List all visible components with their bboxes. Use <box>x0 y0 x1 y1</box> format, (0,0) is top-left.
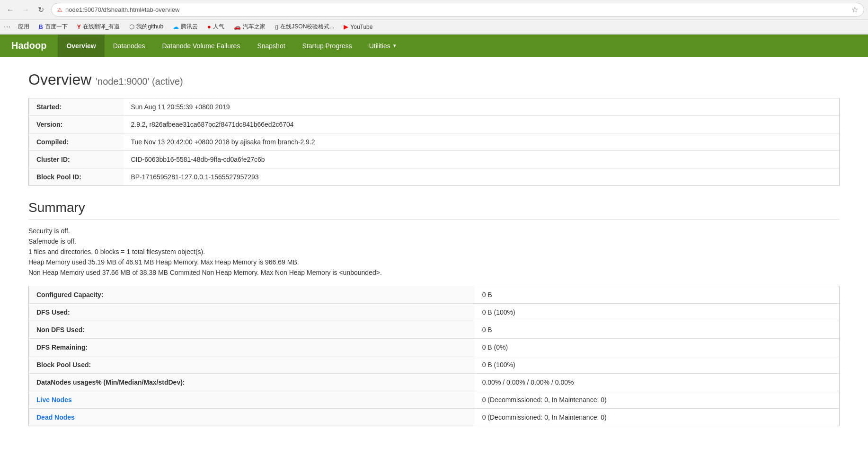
summary-line: Security is off. <box>28 227 840 235</box>
reload-button[interactable]: ↻ <box>34 3 47 17</box>
table-row: Block Pool ID:BP-1716595281-127.0.0.1-15… <box>29 168 840 186</box>
summary-row-label: DFS Remaining: <box>29 339 475 356</box>
table-row: DFS Used:0 B (100%) <box>29 304 840 321</box>
che-icon: 🚗 <box>234 24 241 30</box>
browser-toolbar: ← → ↻ ⚠ node1:50070/dfshealth.html#tab-o… <box>0 0 868 20</box>
tencent-icon: ☁ <box>173 23 179 30</box>
address-bar[interactable]: ⚠ node1:50070/dfshealth.html#tab-overvie… <box>51 3 864 17</box>
summary-row-label: DFS Used: <box>29 304 475 321</box>
bookmark-youdao-label: 在线翻译_有道 <box>83 23 120 31</box>
nav-buttons: ← → ↻ <box>4 3 47 17</box>
table-row: DFS Remaining:0 B (0%) <box>29 339 840 356</box>
bookmarks-bar: ⋯ 应用 B 百度一下 Y 在线翻译_有道 ⬡ 我的github ☁ 腾讯云 ●… <box>0 20 868 34</box>
summary-row-label: Block Pool Used: <box>29 356 475 374</box>
table-row: Compiled:Tue Nov 13 20:42:00 +0800 2018 … <box>29 133 840 151</box>
summary-row-value: 0 (Decommissioned: 0, In Maintenance: 0) <box>475 409 840 426</box>
summary-row-value: 0 B (100%) <box>475 304 840 321</box>
row-label: Started: <box>29 98 124 116</box>
row-value: 2.9.2, r826afbeae31ca687bc2f8471dc841b66… <box>124 116 840 133</box>
nav-item-startup-progress[interactable]: Startup Progress <box>294 35 361 57</box>
apps-grid-icon[interactable]: ⋯ <box>4 23 10 31</box>
forward-button[interactable]: → <box>19 3 32 17</box>
bookmark-renqi[interactable]: ● 人气 <box>205 22 226 32</box>
nav-item-overview[interactable]: Overview <box>58 35 104 57</box>
hadoop-navbar: Hadoop Overview Datanodes Datanode Volum… <box>0 35 868 57</box>
overview-table: Started:Sun Aug 11 20:55:39 +0800 2019Ve… <box>28 98 840 186</box>
page-subtitle: 'node1:9000' (active) <box>96 76 183 87</box>
table-row: Started:Sun Aug 11 20:55:39 +0800 2019 <box>29 98 840 116</box>
summary-row-value: 0 B <box>475 286 840 304</box>
summary-row-value: 0 B (100%) <box>475 356 840 374</box>
summary-title: Summary <box>28 200 840 220</box>
summary-row-value: 0 (Decommissioned: 0, In Maintenance: 0) <box>475 391 840 409</box>
utilities-caret-icon: ▼ <box>392 43 397 48</box>
summary-line: Non Heap Memory used 37.66 MB of 38.38 M… <box>28 269 840 276</box>
summary-line: Safemode is off. <box>28 238 840 245</box>
summary-line: Heap Memory used 35.19 MB of 46.91 MB He… <box>28 258 840 266</box>
bookmark-che-label: 汽车之家 <box>243 23 266 31</box>
nav-item-datanode-volume-failures[interactable]: Datanode Volume Failures <box>153 35 248 57</box>
summary-line: 1 files and directories, 0 blocks = 1 to… <box>28 248 840 255</box>
table-row: Cluster ID:CID-6063bb16-5581-48db-9ffa-c… <box>29 151 840 168</box>
summary-table: Configured Capacity:0 BDFS Used:0 B (100… <box>28 286 840 426</box>
hadoop-brand[interactable]: Hadoop <box>0 35 58 57</box>
bookmark-youtube-label: YouTube <box>350 24 372 30</box>
baidu-icon: B <box>39 24 43 30</box>
back-button[interactable]: ← <box>4 3 17 17</box>
main-content: Overview 'node1:9000' (active) Started:S… <box>0 57 868 440</box>
bookmark-json[interactable]: {} 在线JSON校验格式... <box>273 22 336 32</box>
summary-link[interactable]: Live Nodes <box>36 396 72 404</box>
row-value: Tue Nov 13 20:42:00 +0800 2018 by ajisak… <box>124 133 840 151</box>
youtube-icon: ▶ <box>344 23 348 30</box>
nav-item-snapshot[interactable]: Snapshot <box>248 35 293 57</box>
security-icon: ⚠ <box>57 7 62 13</box>
bookmark-che[interactable]: 🚗 汽车之家 <box>232 22 267 32</box>
bookmark-github-label: 我的github <box>136 23 163 31</box>
bookmark-apps[interactable]: 应用 <box>16 22 31 32</box>
bookmark-youdao[interactable]: Y 在线翻译_有道 <box>75 22 122 32</box>
browser-chrome: ← → ↻ ⚠ node1:50070/dfshealth.html#tab-o… <box>0 0 868 35</box>
bookmark-youtube[interactable]: ▶ YouTube <box>342 22 374 31</box>
table-row: Configured Capacity:0 B <box>29 286 840 304</box>
row-value: BP-1716595281-127.0.0.1-1565527957293 <box>124 168 840 186</box>
bookmark-github[interactable]: ⬡ 我的github <box>127 22 165 32</box>
bookmark-star-icon[interactable]: ☆ <box>851 5 858 14</box>
row-value: Sun Aug 11 20:55:39 +0800 2019 <box>124 98 840 116</box>
row-label: Compiled: <box>29 133 124 151</box>
row-label: Cluster ID: <box>29 151 124 168</box>
table-row: Live Nodes0 (Decommissioned: 0, In Maint… <box>29 391 840 409</box>
summary-link[interactable]: Dead Nodes <box>36 413 75 421</box>
bookmark-apps-label: 应用 <box>18 23 29 31</box>
summary-row-value: 0 B <box>475 321 840 339</box>
table-row: Block Pool Used:0 B (100%) <box>29 356 840 374</box>
summary-row-label: Live Nodes <box>29 391 475 409</box>
summary-text-block: Security is off.Safemode is off.1 files … <box>28 227 840 276</box>
bookmark-tencent[interactable]: ☁ 腾讯云 <box>171 22 200 32</box>
table-row: DataNodes usages% (Min/Median/Max/stdDev… <box>29 374 840 391</box>
bookmark-json-label: 在线JSON校验格式... <box>280 23 334 31</box>
json-icon: {} <box>275 24 278 30</box>
summary-row-label: Non DFS Used: <box>29 321 475 339</box>
github-icon: ⬡ <box>129 23 134 30</box>
nav-item-utilities[interactable]: Utilities ▼ <box>361 35 406 57</box>
row-label: Version: <box>29 116 124 133</box>
summary-row-label: DataNodes usages% (Min/Median/Max/stdDev… <box>29 374 475 391</box>
summary-row-value: 0 B (0%) <box>475 339 840 356</box>
bookmark-renqi-label: 人气 <box>213 23 224 31</box>
summary-row-value: 0.00% / 0.00% / 0.00% / 0.00% <box>475 374 840 391</box>
address-text: node1:50070/dfshealth.html#tab-overview <box>65 6 849 13</box>
row-label: Block Pool ID: <box>29 168 124 186</box>
table-row: Version:2.9.2, r826afbeae31ca687bc2f8471… <box>29 116 840 133</box>
page-title: Overview 'node1:9000' (active) <box>28 71 840 88</box>
row-value: CID-6063bb16-5581-48db-9ffa-cd0a6fe27c6b <box>124 151 840 168</box>
nav-item-datanodes[interactable]: Datanodes <box>105 35 154 57</box>
bookmark-baidu-label: 百度一下 <box>45 23 68 31</box>
renqi-icon: ● <box>207 23 211 30</box>
table-row: Non DFS Used:0 B <box>29 321 840 339</box>
bookmark-tencent-label: 腾讯云 <box>181 23 198 31</box>
table-row: Dead Nodes0 (Decommissioned: 0, In Maint… <box>29 409 840 426</box>
youdao-icon: Y <box>77 24 81 30</box>
summary-row-label: Dead Nodes <box>29 409 475 426</box>
summary-row-label: Configured Capacity: <box>29 286 475 304</box>
bookmark-baidu[interactable]: B 百度一下 <box>37 22 70 32</box>
